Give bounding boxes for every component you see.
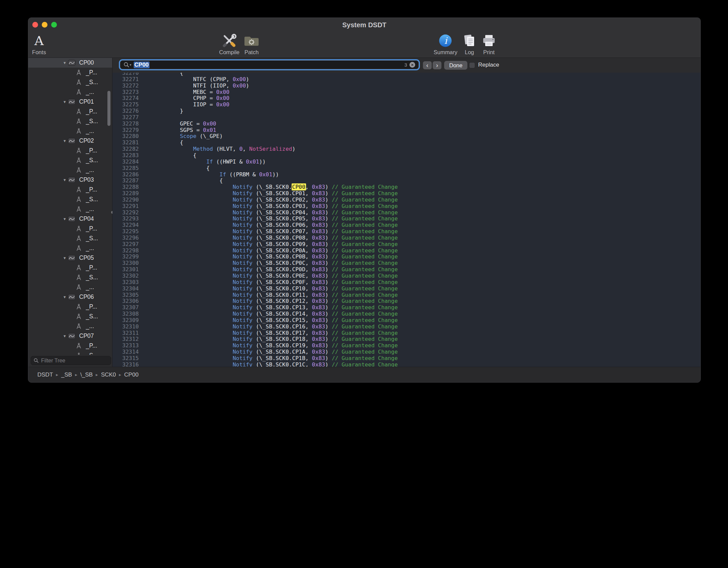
code-editor[interactable]: 32270 {32271 NTFC (CPHP, 0x00)32272 NTFI… [112,73,700,367]
tree-item-_s[interactable]: _S... [28,77,112,87]
compile-button[interactable]: Compile [219,33,240,56]
tree-item-cp04[interactable]: ▾CP04 [28,214,112,224]
tree-item-cp06[interactable]: ▾CP06 [28,292,112,302]
tree-item-_p[interactable]: _P... [28,224,112,234]
line-number: 32315 [118,355,139,362]
line-number: 32312 [118,336,139,343]
tree-item-_s[interactable]: _S... [28,116,112,126]
breadcrumb-item[interactable]: _SB [61,371,72,378]
line-number: 32300 [118,260,139,267]
disclosure-triangle-icon[interactable]: ▾ [61,99,68,104]
tree-item-label: CP01 [79,98,94,105]
window-title: System DSDT [28,18,700,32]
line-number: 32281 [118,140,139,146]
method-icon [75,235,82,242]
breadcrumb-item[interactable]: CP00 [124,371,139,378]
tree-item-_p[interactable]: _P... [28,146,112,155]
tree-item-_p[interactable]: _P... [28,263,112,273]
tree-item-_s[interactable]: _S... [28,312,112,321]
find-input[interactable]: ▾ CP00 3 × [120,60,419,69]
tree-item-cp05[interactable]: ▾CP05 [28,253,112,263]
find-nav-buttons: ‹ › [423,61,441,69]
line-number: 32292 [118,210,139,216]
replace-checkbox[interactable] [469,62,475,68]
tree-item-_[interactable]: _... [28,87,112,97]
toolbar: A Fonts [28,31,700,58]
tree-item-label: _S... [86,196,98,203]
print-button[interactable]: Print [482,33,496,56]
patch-button[interactable]: Patch [244,33,259,56]
line-number: 32303 [118,279,139,286]
find-next-button[interactable]: › [433,61,441,69]
line-number: 32289 [118,190,139,197]
line-number: 32276 [118,108,139,114]
disclosure-triangle-icon[interactable]: ▾ [61,294,68,299]
tree-item-_p[interactable]: _P... [28,302,112,312]
tree-item-_p[interactable]: _P... [28,68,112,77]
titlebar[interactable]: System DSDT [28,18,700,31]
code-line: 32279 SGPS = 0x01 [112,127,700,134]
tree-item-cp07[interactable]: ▾CP07 [28,331,112,341]
log-button[interactable]: Log [462,33,476,56]
line-number: 32307 [118,305,139,311]
code-line: 32283 { [112,152,700,159]
code-line: 32294 Notify (\_SB.SCK0.CP06, 0x83) // G… [112,222,700,228]
match-count: 3 [404,62,407,68]
done-button[interactable]: Done [444,61,467,70]
breadcrumb-item[interactable]: DSDT [37,371,53,378]
tree-item-_s[interactable]: _S... [28,234,112,243]
disclosure-triangle-icon[interactable]: ▾ [61,216,68,221]
filter-tree-input[interactable]: Filter Tree [31,356,111,365]
filter-search-icon [34,358,39,363]
tree-item-_[interactable]: _... [28,321,112,331]
tree-item-cp00[interactable]: ▾CP00 [28,58,112,68]
line-number: 32275 [118,102,139,108]
search-menu-icon[interactable]: ▾ [124,62,131,68]
tree-item-cp02[interactable]: ▾CP02 [28,136,112,146]
code-line: 32273 MEBC = 0x00 [112,89,700,96]
tree-item-_p[interactable]: _P... [28,107,112,116]
tree-item-_[interactable]: _... [28,282,112,292]
breadcrumb-item[interactable]: \_SB [80,371,93,378]
disclosure-triangle-icon[interactable]: ▾ [61,255,68,260]
tree-item-_[interactable]: _... [28,126,112,136]
tree-item-_s[interactable]: _S... [28,155,112,165]
find-previous-button[interactable]: ‹ [423,61,432,69]
close-button[interactable] [32,22,38,28]
clear-search-button[interactable]: × [409,62,415,68]
tree-item-_s[interactable]: _S... [28,194,112,204]
tree-item-label: CP04 [79,215,94,222]
tree-item-_p[interactable]: _P... [28,341,112,351]
line-number: 32287 [118,178,139,184]
tree-item-cp03[interactable]: ▾CP03 [28,175,112,185]
breadcrumb-item[interactable]: SCK0 [101,371,116,378]
sidebar-scrollbar-thumb[interactable] [107,91,110,126]
disclosure-triangle-icon[interactable]: ▾ [61,60,68,65]
zoom-button[interactable] [51,22,57,28]
minimize-button[interactable] [42,22,47,28]
tree-item-cp01[interactable]: ▾CP01 [28,97,112,107]
code-line: 32307 Notify (\_SB.SCK0.CP13, 0x83) // G… [112,305,700,311]
code-line: 32302 Notify (\_SB.SCK0.CP0E, 0x83) // G… [112,273,700,279]
code-line: 32315 Notify (\_SB.SCK0.CP1B, 0x83) // G… [112,355,700,362]
tree-item-_s[interactable]: _S... [28,273,112,282]
tree-item-_s[interactable]: _S... [28,351,112,355]
tree-item-_[interactable]: _... [28,204,112,214]
tree-item-_[interactable]: _... [28,165,112,175]
method-icon [75,323,82,330]
code-line: 32296 Notify (\_SB.SCK0.CP08, 0x83) // G… [112,235,700,241]
tree-item-label: _P... [86,303,97,310]
code-line: 32285 { [112,165,700,172]
fonts-button[interactable]: A Fonts [32,33,46,56]
code-line: 32303 Notify (\_SB.SCK0.CP0F, 0x83) // G… [112,279,700,286]
disclosure-triangle-icon[interactable]: ▾ [61,177,68,182]
method-icon [75,69,82,76]
line-number: 32286 [118,172,139,178]
disclosure-triangle-icon[interactable]: ▾ [61,138,68,143]
tree-item-_[interactable]: _... [28,243,112,253]
tree-item-label: _... [86,88,94,96]
summary-button[interactable]: i Summary [434,33,458,56]
tree-item-_p[interactable]: _P... [28,185,112,194]
disclosure-triangle-icon[interactable]: ▾ [61,333,68,339]
method-icon [75,206,82,213]
